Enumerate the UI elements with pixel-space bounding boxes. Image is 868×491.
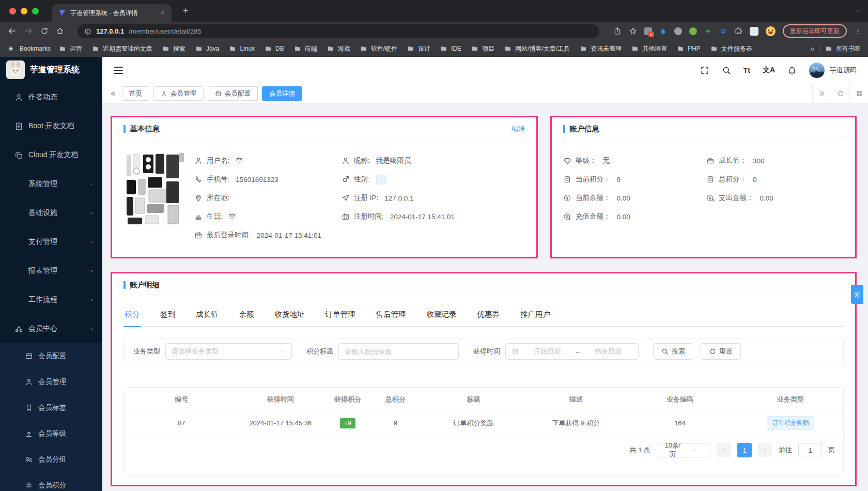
reload-icon[interactable] [40,27,49,35]
sidebar-item[interactable]: 支付管理 [0,227,102,256]
bookmark-star-icon[interactable] [629,27,637,35]
username[interactable]: 芋道源码 [830,66,857,75]
detail-tab[interactable]: 成长值 [195,304,220,327]
reset-button[interactable]: 重置 [701,343,741,360]
detail-tab[interactable]: 收藏记录 [426,304,458,327]
theme-settings-button[interactable] [851,285,863,304]
extension-green-icon[interactable] [689,27,697,35]
bookmark-folder[interactable]: 网站/博客/文章/工具 [504,44,570,53]
view-tab[interactable]: 会员管理 [153,86,204,101]
fullscreen-icon[interactable] [700,66,709,75]
extension-icon-red[interactable]: 6 [644,27,652,35]
detail-tab[interactable]: 售后管理 [375,304,407,327]
bookmarks-overflow-chevron[interactable]: » [810,44,814,53]
close-window-button[interactable] [9,8,16,14]
detail-tab[interactable]: 积分 [123,304,141,327]
points-title-input[interactable] [338,343,459,360]
bookmark-folder[interactable]: 前端 [294,44,317,53]
browser-tab[interactable]: 芋道管理系统 - 会员详情 [52,4,172,22]
view-tab[interactable]: 会员详情 [262,86,302,101]
sidebar-item[interactable]: 报表管理 [0,256,102,285]
search-icon[interactable] [722,66,731,75]
biz-type-select[interactable]: 请选择业务类型 [165,343,292,360]
sidebar-item[interactable]: 会员标签 [0,395,102,421]
bookmark-folder[interactable]: 搜索 [162,44,185,53]
home-icon[interactable] [56,27,64,35]
bookmark-folder[interactable]: 运营 [59,44,82,53]
bookmarks-label[interactable]: Bookmarks [20,45,51,52]
zoom-window-button[interactable] [32,8,39,14]
extension-gray-icon[interactable] [674,27,682,35]
sidebar-item[interactable]: 会员中心 [0,314,102,343]
page-1-button[interactable]: 1 [737,443,752,457]
address-bar[interactable]: 127.0.0.1/member/user/detail/285 [78,24,599,38]
sidebar-item[interactable]: 工作流程 [0,285,102,314]
sidebar-item[interactable]: 系统管理 [0,170,102,198]
sidebar-item[interactable]: Cloud 开发文档 [0,141,102,170]
sidebar-item[interactable]: Boot 开发文档 [0,112,102,141]
tabs-scroll-left-icon[interactable] [110,90,117,97]
all-bookmarks-button[interactable]: 所有书签 [825,44,861,53]
detail-tab[interactable]: 推广用户 [519,304,551,327]
bookmark-folder[interactable]: IDE [440,45,461,52]
bookmark-folder[interactable]: 资讯未整理 [580,44,622,53]
collapse-sidebar-icon[interactable] [114,67,123,74]
tabs-scroll-right-icon[interactable] [818,90,826,97]
extension-star-icon[interactable] [704,27,712,35]
profile-avatar[interactable] [766,26,776,36]
sidebar-item[interactable]: 会员分组 [0,447,102,472]
app-logo[interactable]: 芋道管理系统 [0,57,102,83]
notification-bell-icon[interactable] [787,66,797,75]
extensions-puzzle-icon[interactable] [734,27,742,35]
detail-tab[interactable]: 收货地址 [274,304,306,327]
tab-search-chevron-icon[interactable] [855,8,861,14]
next-page-button[interactable] [758,443,772,457]
sidebar-item[interactable]: 会员配置 [0,343,102,369]
detail-tab[interactable]: 余额 [238,304,255,327]
share-icon[interactable] [613,27,622,35]
bookmark-folder[interactable]: 设计 [407,44,430,53]
update-browser-button[interactable]: 重新启动即可更新 [783,24,847,38]
sidebar-item[interactable]: 会员等级 [0,421,102,447]
view-tab[interactable]: 首页 [122,86,149,101]
table-row[interactable]: 87 2024-01-17 15:45:36 +9 9 订单积分奖励 下单获得 … [124,411,843,435]
extension-chevrons-icon[interactable] [719,27,727,35]
bookmark-folder[interactable]: DB [265,45,284,52]
goto-page-input[interactable] [798,443,822,457]
minimize-window-button[interactable] [21,8,27,14]
layout-grid-icon[interactable] [856,90,863,97]
edit-button[interactable]: 编辑 [512,125,525,134]
back-icon[interactable] [7,26,17,36]
bookmark-folder[interactable]: 游戏 [327,44,350,53]
side-panel-icon[interactable] [750,27,758,36]
font-size-icon[interactable]: Tt [743,66,750,74]
page-size-select[interactable]: 10条/页 [657,443,710,457]
date-range-picker[interactable]: 开始日期 – 结束日期 [505,343,639,360]
translate-icon[interactable]: 文A [763,66,775,75]
refresh-view-icon[interactable] [837,90,844,97]
sidebar-item[interactable]: 会员积分 [0,472,102,491]
detail-tab[interactable]: 优惠券 [476,304,501,327]
bookmark-folder[interactable]: PHP [677,45,701,52]
new-tab-button[interactable] [182,7,190,14]
prev-page-button[interactable] [717,443,731,457]
detail-tab[interactable]: 签到 [159,304,176,327]
user-avatar[interactable]: 文化 [809,63,825,78]
site-info-icon[interactable] [84,28,91,35]
tab-close-icon[interactable] [159,10,165,16]
bookmark-folder[interactable]: 其他语言 [631,44,667,53]
sidebar-item[interactable]: 基础设施 [0,198,102,227]
forward-icon[interactable] [24,26,33,36]
extension-drop-icon[interactable] [659,27,667,35]
browser-menu-icon[interactable] [854,27,862,35]
sidebar-item[interactable]: 会员管理 [0,369,102,395]
bookmark-folder[interactable]: 软件/硬件 [360,44,397,53]
bookmark-folder[interactable]: 文件服务器 [710,44,752,53]
search-button[interactable]: 搜索 [653,343,693,360]
bookmark-folder[interactable]: Linux [229,45,255,52]
bookmark-folder[interactable]: 项目 [471,44,494,53]
view-tab[interactable]: 会员配置 [208,86,258,101]
bookmark-folder[interactable]: Java [195,45,219,52]
bookmark-folder[interactable]: 近期需要读的文章 [92,44,152,53]
detail-tab[interactable]: 订单管理 [324,304,357,327]
